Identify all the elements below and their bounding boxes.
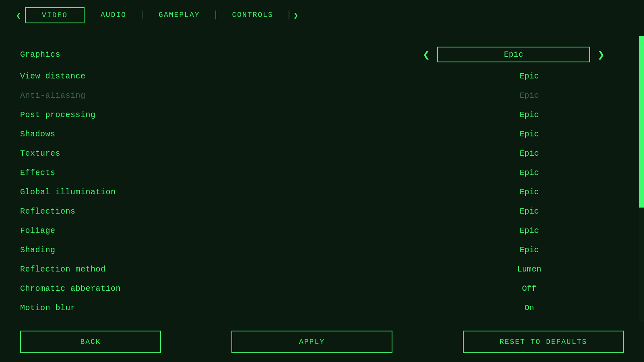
setting-value-container-reflection-method: Lumen — [451, 265, 620, 274]
setting-label-foliage: Foliage — [20, 226, 56, 235]
setting-label-shadows: Shadows — [20, 130, 56, 139]
setting-label-reflection-method: Reflection method — [20, 265, 106, 274]
setting-label-shading: Shading — [20, 245, 56, 255]
setting-value-container-anti-aliasing: Epic — [451, 91, 620, 100]
setting-value-text-graphics: Epic — [504, 50, 523, 59]
main-content: Graphics❮Epic❯View distanceEpicAnti-alia… — [0, 31, 644, 316]
setting-value-container-chromatic-abberation: Off — [451, 284, 620, 293]
setting-value-container-graphics: ❮Epic❯ — [419, 47, 620, 62]
tab-next-arrow[interactable]: ❯ — [289, 9, 302, 22]
setting-arrow-left-graphics[interactable]: ❮ — [419, 48, 433, 62]
setting-row-effects: EffectsEpic — [20, 163, 620, 182]
setting-label-view-distance: View distance — [20, 72, 86, 81]
tab-gameplay[interactable]: GAMEPLAY — [142, 8, 216, 23]
setting-row-reflection-method: Reflection methodLumen — [20, 259, 620, 279]
setting-row-shadows: ShadowsEpic — [20, 124, 620, 144]
setting-value-text-anti-aliasing: Epic — [451, 91, 608, 100]
setting-value-text-global-illumination: Epic — [451, 187, 608, 197]
setting-label-graphics: Graphics — [20, 50, 60, 59]
setting-value-container-shading: Epic — [451, 245, 620, 255]
setting-value-box-graphics: Epic — [437, 47, 590, 62]
setting-label-global-illumination: Global illumination — [20, 187, 116, 197]
setting-row-reflections: ReflectionsEpic — [20, 202, 620, 221]
setting-value-text-effects: Epic — [451, 168, 608, 177]
setting-value-text-view-distance: Epic — [451, 72, 608, 81]
setting-row-view-distance: View distanceEpic — [20, 66, 620, 86]
setting-value-text-chromatic-abberation: Off — [451, 284, 608, 293]
tab-bar: ❮ VIDEO AUDIO GAMEPLAY CONTROLS ❯ — [0, 0, 644, 31]
setting-label-motion-blur: Motion blur — [20, 303, 76, 313]
tab-prev-arrow[interactable]: ❮ — [12, 9, 25, 22]
settings-list: Graphics❮Epic❯View distanceEpicAnti-alia… — [0, 39, 644, 316]
setting-label-anti-aliasing: Anti-aliasing — [20, 91, 86, 100]
setting-label-textures: Textures — [20, 149, 60, 158]
setting-value-text-motion-blur: On — [451, 303, 608, 313]
setting-label-effects: Effects — [20, 168, 56, 177]
setting-label-chromatic-abberation: Chromatic abberation — [20, 284, 121, 293]
setting-value-text-reflections: Epic — [451, 207, 608, 216]
scrollbar-track[interactable] — [639, 36, 644, 322]
setting-label-post-processing: Post processing — [20, 110, 96, 119]
setting-value-container-view-distance: Epic — [451, 72, 620, 81]
setting-value-container-foliage: Epic — [451, 226, 620, 235]
setting-row-textures: TexturesEpic — [20, 144, 620, 163]
setting-value-container-post-processing: Epic — [451, 110, 620, 119]
tab-video[interactable]: VIDEO — [25, 7, 85, 23]
apply-button[interactable]: APPLY — [231, 331, 392, 353]
scrollbar-thumb — [639, 36, 644, 208]
setting-value-container-reflections: Epic — [451, 207, 620, 216]
setting-value-container-global-illumination: Epic — [451, 187, 620, 197]
setting-value-text-reflection-method: Lumen — [451, 265, 608, 274]
setting-label-reflections: Reflections — [20, 207, 76, 216]
setting-value-text-foliage: Epic — [451, 226, 608, 235]
setting-value-container-effects: Epic — [451, 168, 620, 177]
setting-value-container-motion-blur: On — [451, 303, 620, 313]
back-button[interactable]: BACK — [20, 331, 161, 353]
setting-row-chromatic-abberation: Chromatic abberationOff — [20, 279, 620, 298]
setting-row-global-illumination: Global illuminationEpic — [20, 182, 620, 202]
setting-row-post-processing: Post processingEpic — [20, 105, 620, 124]
tab-audio[interactable]: AUDIO — [85, 8, 142, 23]
setting-row-shading: ShadingEpic — [20, 240, 620, 259]
setting-row-motion-blur: Motion blurOn — [20, 298, 620, 316]
reset-to-defaults-button[interactable]: RESET TO DEFAULTS — [463, 331, 624, 353]
bottom-bar: BACK APPLY RESET TO DEFAULTS — [0, 322, 644, 362]
setting-value-text-shadows: Epic — [451, 130, 608, 139]
tab-controls[interactable]: CONTROLS — [216, 8, 289, 23]
setting-value-container-textures: Epic — [451, 149, 620, 158]
setting-value-text-post-processing: Epic — [451, 110, 608, 119]
setting-arrow-right-graphics[interactable]: ❯ — [594, 48, 608, 62]
setting-row-graphics: Graphics❮Epic❯ — [20, 43, 620, 66]
setting-value-text-shading: Epic — [451, 245, 608, 255]
setting-value-text-textures: Epic — [451, 149, 608, 158]
setting-row-anti-aliasing: Anti-aliasingEpic — [20, 86, 620, 105]
setting-row-foliage: FoliageEpic — [20, 221, 620, 240]
setting-value-container-shadows: Epic — [451, 130, 620, 139]
